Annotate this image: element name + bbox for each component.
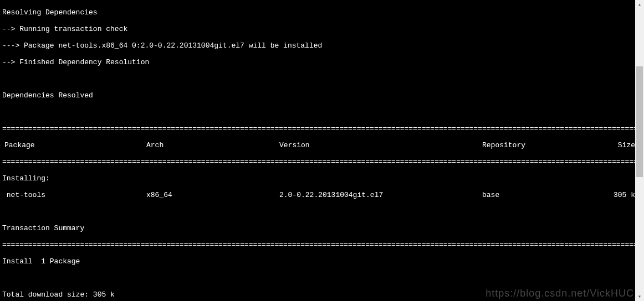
chevron-up-icon: ▴ (638, 1, 641, 9)
line-total-dl: Total download size: 305 k (2, 290, 642, 299)
line-install-count: Install 1 Package (2, 257, 642, 266)
line-installing: Installing: (2, 174, 642, 183)
table-header-row: Package Arch Version Repository Size (2, 141, 642, 149)
line-deps-resolved: Dependencies Resolved (2, 91, 642, 100)
line-trans-summary: Transaction Summary (2, 224, 642, 232)
line-pkg-install: ---> Package net-tools.x86_64 0:2.0-0.22… (2, 41, 642, 50)
vertical-scrollbar[interactable]: ▴ ▾ (635, 0, 644, 301)
line-resolving: Resolving Dependencies (2, 8, 642, 17)
rule-summary: ========================================… (2, 241, 642, 249)
header-size: Size (593, 141, 642, 149)
cell-package: net-tools (2, 191, 146, 199)
scroll-up-button[interactable]: ▴ (635, 0, 644, 9)
terminal-output: Resolving Dependencies --> Running trans… (0, 0, 644, 301)
table-row: net-tools x86_64 2.0-0.22.20131004git.el… (2, 191, 642, 199)
header-arch: Arch (146, 141, 279, 149)
line-blank-4 (2, 274, 642, 282)
cell-arch: x86_64 (146, 191, 279, 199)
header-version: Version (279, 141, 482, 149)
chevron-down-icon: ▾ (638, 293, 641, 301)
line-finished-res: --> Finished Dependency Resolution (2, 58, 642, 66)
header-repository: Repository (482, 141, 593, 149)
cell-version: 2.0-0.22.20131004git.el7 (279, 191, 482, 199)
scrollbar-thumb[interactable] (636, 66, 643, 177)
rule-top: ========================================… (2, 124, 642, 133)
header-package: Package (2, 141, 146, 149)
cell-size: 305 k (593, 191, 642, 199)
cell-repository: base (482, 191, 593, 199)
line-blank-2 (2, 108, 642, 116)
line-run-check: --> Running transaction check (2, 25, 642, 33)
scroll-down-button[interactable]: ▾ (635, 292, 644, 301)
line-blank-3 (2, 207, 642, 216)
rule-head: ========================================… (2, 158, 642, 166)
line-blank-1 (2, 75, 642, 83)
